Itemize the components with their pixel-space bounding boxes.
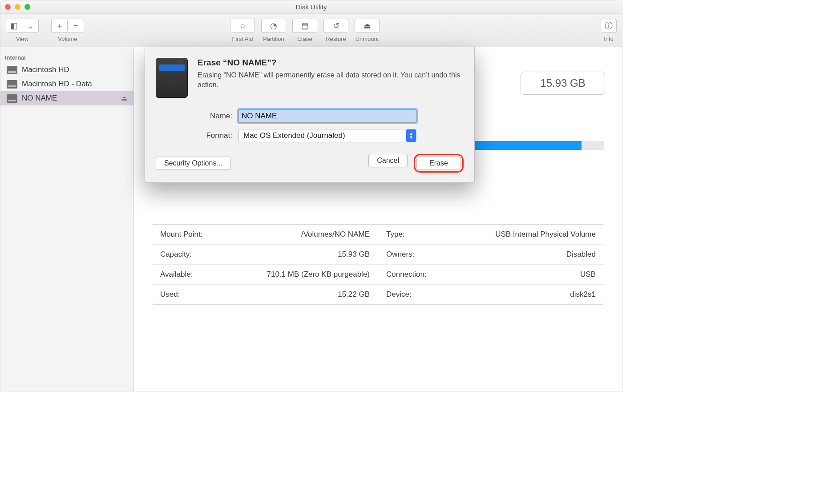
dialog-buttons: Security Options... Cancel Erase xyxy=(156,154,464,173)
volume-label: Volume xyxy=(58,36,77,42)
hdd-icon xyxy=(7,94,17,103)
capacity-value: 15.93 GB xyxy=(540,77,585,89)
info-value: /Volumes/NO NAME xyxy=(301,230,370,239)
hdd-icon xyxy=(7,66,17,74)
info-row-owners: Owners: Disabled xyxy=(378,245,604,265)
eject-icon: ⏏ xyxy=(364,21,371,31)
main: 15.93 GB Mount Point: /Volumes/NO NAME C… xyxy=(134,47,622,391)
cancel-button[interactable]: Cancel xyxy=(368,154,408,167)
format-select[interactable]: Mac OS Extended (Journaled) ▲▼ xyxy=(238,129,416,142)
name-label: Name: xyxy=(198,112,238,121)
restore-label: Restore xyxy=(326,36,346,42)
erase-confirm-button[interactable]: Erase xyxy=(416,157,461,170)
toolbar-info-group: ⓘ Info xyxy=(601,19,617,42)
info-label: Capacity: xyxy=(160,250,192,259)
divider xyxy=(152,203,604,203)
info-row-used: Used: 15.22 GB xyxy=(152,285,378,304)
security-options-button[interactable]: Security Options... xyxy=(156,157,231,170)
info-label: Used: xyxy=(160,290,180,299)
dialog-description: Erasing “NO NAME” will permanently erase… xyxy=(198,70,464,89)
sidebar-section-internal: Internal xyxy=(0,52,133,63)
format-selected-value: Mac OS Extended (Journaled) xyxy=(243,131,345,140)
pie-chart-icon: ◔ xyxy=(270,21,277,31)
info-row-available: Available: 710.1 MB (Zero KB purgeable) xyxy=(152,265,378,285)
info-label: Info xyxy=(604,36,614,42)
volume-buttons[interactable]: ＋ − xyxy=(51,19,84,33)
eraser-icon: ▤ xyxy=(301,21,309,31)
unmount-label: Unmount xyxy=(355,36,379,42)
sidebar-icon: ◧ xyxy=(10,21,18,31)
view-button[interactable]: ◧ ⌄ xyxy=(6,19,39,33)
info-value: Disabled xyxy=(566,250,596,259)
info-label: Device: xyxy=(386,290,412,299)
add-volume-button[interactable]: ＋ xyxy=(52,20,68,31)
info-icon: ⓘ xyxy=(605,20,613,31)
dialog-title: Erase “NO NAME”? xyxy=(198,58,464,68)
info-row-mount-point: Mount Point: /Volumes/NO NAME xyxy=(152,225,378,245)
restore-button[interactable]: ↺ xyxy=(323,19,348,33)
stethoscope-icon: ⌕ xyxy=(240,21,245,30)
dialog-heading: Erase “NO NAME”? Erasing “NO NAME” will … xyxy=(198,58,464,98)
info-row-type: Type: USB Internal Physical Volume xyxy=(378,225,604,245)
partition-label: Partition xyxy=(263,36,284,42)
info-col-right: Type: USB Internal Physical Volume Owner… xyxy=(378,225,604,304)
hdd-icon xyxy=(7,80,17,89)
info-value: disk2s1 xyxy=(570,290,596,299)
info-label: Mount Point: xyxy=(160,230,202,239)
info-label: Available: xyxy=(160,270,193,279)
volume-info-panel: Mount Point: /Volumes/NO NAME Capacity: … xyxy=(152,224,604,305)
dialog-header: Erase “NO NAME”? Erasing “NO NAME” will … xyxy=(156,58,464,98)
dialog-form: Name: Format: Mac OS Extended (Journaled… xyxy=(198,109,464,142)
first-aid-button[interactable]: ⌕ xyxy=(230,19,255,33)
capacity-display: 15.93 GB xyxy=(521,72,605,95)
sd-card-icon xyxy=(156,58,188,98)
partition-button[interactable]: ◔ xyxy=(261,19,286,33)
info-button[interactable]: ⓘ xyxy=(601,19,617,33)
chevron-down-icon: ⌄ xyxy=(27,21,34,31)
toolbar: ◧ ⌄ View ＋ − Volume ⌕ First Aid ◔ Partit… xyxy=(0,14,622,47)
window: Disk Utility ◧ ⌄ View ＋ − Volume ⌕ First… xyxy=(0,0,622,391)
info-row-connection: Connection: USB xyxy=(378,265,604,285)
unmount-button[interactable]: ⏏ xyxy=(355,19,380,33)
toolbar-volume-group: ＋ − Volume xyxy=(51,19,84,42)
info-row-capacity: Capacity: 15.93 GB xyxy=(152,245,378,265)
sidebar-item-label: NO NAME xyxy=(22,94,57,103)
erase-label: Erase xyxy=(297,36,312,42)
info-label: Type: xyxy=(386,230,405,239)
name-input[interactable] xyxy=(238,109,416,123)
info-label: Owners: xyxy=(386,250,414,259)
toolbar-view-group: ◧ ⌄ View xyxy=(6,19,39,42)
minus-icon: − xyxy=(73,21,78,30)
body: Internal Macintosh HD Macintosh HD - Dat… xyxy=(0,47,622,391)
info-row-device: Device: disk2s1 xyxy=(378,285,604,304)
titlebar: Disk Utility xyxy=(0,0,622,14)
sidebar-item-no-name[interactable]: NO NAME ⏏ xyxy=(0,91,133,105)
info-value: 15.22 GB xyxy=(338,290,370,299)
first-aid-label: First Aid xyxy=(232,36,253,42)
sidebar: Internal Macintosh HD Macintosh HD - Dat… xyxy=(0,47,134,391)
sidebar-item-macintosh-hd[interactable]: Macintosh HD xyxy=(0,63,133,77)
sidebar-item-label: Macintosh HD xyxy=(22,65,69,74)
sidebar-item-label: Macintosh HD - Data xyxy=(22,80,92,89)
toolbar-center: ⌕ First Aid ◔ Partition ▤ Erase ↺ Restor… xyxy=(230,19,380,42)
info-value: 710.1 MB (Zero KB purgeable) xyxy=(267,270,370,279)
info-value: USB Internal Physical Volume xyxy=(495,230,596,239)
info-value: USB xyxy=(580,270,596,279)
info-value: 15.93 GB xyxy=(338,250,370,259)
info-label: Connection: xyxy=(386,270,427,279)
eject-icon[interactable]: ⏏ xyxy=(121,94,127,102)
plus-icon: ＋ xyxy=(56,20,64,31)
window-title: Disk Utility xyxy=(0,3,622,11)
view-label: View xyxy=(16,36,28,42)
sidebar-item-macintosh-hd-data[interactable]: Macintosh HD - Data xyxy=(0,77,133,91)
erase-button[interactable]: ▤ xyxy=(292,19,317,33)
select-arrows-icon: ▲▼ xyxy=(406,129,416,142)
info-col-left: Mount Point: /Volumes/NO NAME Capacity: … xyxy=(152,225,378,304)
format-label: Format: xyxy=(198,131,238,140)
erase-highlight: Erase xyxy=(414,154,464,173)
erase-dialog: Erase “NO NAME”? Erasing “NO NAME” will … xyxy=(145,47,475,183)
remove-volume-button[interactable]: − xyxy=(68,21,84,30)
restore-icon: ↺ xyxy=(333,21,339,31)
